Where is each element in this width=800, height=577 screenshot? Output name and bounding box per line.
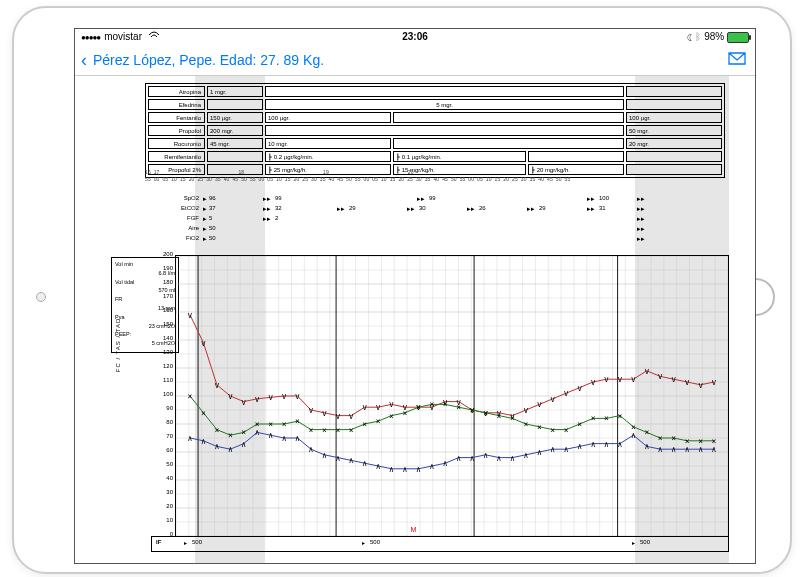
svg-text:∧: ∧ (685, 445, 690, 454)
svg-text:∧: ∧ (523, 451, 528, 460)
svg-text:×: × (497, 412, 502, 421)
svg-text:v: v (268, 393, 273, 402)
svg-text:×: × (470, 406, 475, 415)
svg-text:×: × (295, 417, 300, 426)
svg-text:v: v (591, 378, 596, 387)
anesthesia-chart: vvvvvvvvvvvvvvvvvvvvvvvvvvvvvvvvvvvvvvvv… (175, 255, 729, 537)
svg-text:∧: ∧ (268, 431, 273, 440)
y-axis-title: FC / TAS / TAD (115, 295, 121, 395)
svg-text:×: × (228, 431, 233, 440)
svg-text:∧: ∧ (618, 440, 623, 449)
svg-text:∧: ∧ (309, 445, 314, 454)
drug-row-propofol: Propofol 200 mgr. 50 mgr. (148, 125, 722, 136)
back-label: Pérez López, Pepe. Edad: 27. 89 Kg. (93, 52, 324, 68)
chevron-left-icon: ‹ (81, 50, 87, 70)
svg-text:v: v (214, 381, 219, 390)
svg-text:×: × (456, 403, 461, 412)
svg-text:×: × (644, 428, 649, 437)
status-right: ☾ ᛒ 98% (687, 31, 749, 43)
if-row: IF ▸500 ▸500 ▸500 (151, 536, 729, 552)
svg-text:v: v (685, 378, 690, 387)
svg-text:∧: ∧ (671, 445, 676, 454)
mail-icon[interactable] (727, 50, 747, 66)
svg-text:∧: ∧ (214, 442, 219, 451)
battery-icon (727, 32, 749, 43)
svg-text:v: v (282, 392, 287, 401)
svg-text:×: × (523, 420, 528, 429)
svg-text:×: × (389, 412, 394, 421)
svg-text:∧: ∧ (389, 465, 394, 474)
svg-text:v: v (523, 406, 528, 415)
svg-text:×: × (268, 420, 273, 429)
svg-text:∧: ∧ (429, 462, 434, 471)
svg-text:∧: ∧ (604, 440, 609, 449)
svg-text:×: × (309, 426, 314, 435)
svg-text:∧: ∧ (416, 465, 421, 474)
svg-text:×: × (429, 400, 434, 409)
svg-text:×: × (591, 414, 596, 423)
svg-text:×: × (443, 400, 448, 409)
svg-text:∧: ∧ (550, 445, 555, 454)
svg-text:×: × (550, 426, 555, 435)
svg-text:∧: ∧ (201, 437, 206, 446)
svg-text:∧: ∧ (443, 459, 448, 468)
svg-text:×: × (362, 420, 367, 429)
svg-text:v: v (618, 375, 623, 384)
svg-text:∧: ∧ (564, 445, 569, 454)
vital-row-fgf: FGF ▸5 ▸▸2 ▸▸ (167, 215, 727, 225)
vital-row-spo2: SpO2 ▸96 ▸▸99 ▸▸99 ▸▸100 ▸▸ (167, 195, 727, 205)
svg-text:∧: ∧ (228, 445, 233, 454)
svg-text:∧: ∧ (335, 454, 340, 463)
svg-text:∧: ∧ (577, 442, 582, 451)
svg-text:∧: ∧ (591, 440, 596, 449)
svg-text:v: v (309, 406, 314, 415)
svg-text:∧: ∧ (510, 454, 515, 463)
svg-text:v: v (577, 384, 582, 393)
nav-bar: ‹ Pérez López, Pepe. Edad: 27. 89 Kg. (75, 45, 755, 76)
ipad-frame: Atropina 1 mgr. Efedrina 5 mgr. Fentanil… (12, 6, 792, 574)
svg-text:∧: ∧ (658, 445, 663, 454)
svg-text:∧: ∧ (698, 445, 703, 454)
svg-text:∧: ∧ (362, 459, 367, 468)
svg-text:∧: ∧ (322, 451, 327, 460)
svg-text:∧: ∧ (188, 434, 193, 443)
svg-text:∧: ∧ (255, 428, 260, 437)
ipad-camera (36, 292, 46, 302)
svg-text:∧: ∧ (282, 434, 287, 443)
svg-text:∧: ∧ (403, 465, 408, 474)
svg-text:×: × (201, 409, 206, 418)
back-button[interactable]: ‹ Pérez López, Pepe. Edad: 27. 89 Kg. (81, 50, 324, 71)
svg-text:v: v (228, 392, 233, 401)
svg-text:v: v (658, 372, 663, 381)
svg-text:v: v (550, 395, 555, 404)
timeline-axis: 16 17 18 19 20 55 00 05 10 15 20 25 (145, 169, 725, 182)
vital-row-etco2: EtCO2 ▸37 ▸▸32 ▸▸29 ▸▸30 ▸▸26 ▸▸29 ▸▸31 … (167, 205, 727, 215)
svg-text:×: × (416, 403, 421, 412)
status-bar: movistar 23:06 ☾ ᛒ 98% (75, 29, 755, 45)
svg-text:×: × (188, 392, 193, 401)
svg-text:v: v (537, 400, 542, 409)
svg-text:×: × (577, 420, 582, 429)
svg-text:×: × (564, 426, 569, 435)
moon-icon: ☾ (687, 31, 693, 42)
drug-label: Atropina (148, 86, 205, 97)
svg-text:v: v (376, 403, 381, 412)
svg-text:v: v (349, 412, 354, 421)
bluetooth-icon: ᛒ (695, 31, 701, 42)
svg-text:v: v (295, 392, 300, 401)
svg-text:∧: ∧ (644, 442, 649, 451)
svg-text:×: × (282, 420, 287, 429)
svg-text:v: v (631, 375, 636, 384)
svg-text:×: × (376, 417, 381, 426)
svg-text:×: × (658, 434, 663, 443)
svg-text:×: × (618, 412, 623, 421)
svg-text:∧: ∧ (470, 454, 475, 463)
svg-text:v: v (255, 395, 260, 404)
svg-text:×: × (349, 426, 354, 435)
svg-text:v: v (698, 381, 703, 390)
svg-text:∧: ∧ (537, 448, 542, 457)
svg-text:∧: ∧ (712, 445, 717, 454)
vitals-block: SpO2 ▸96 ▸▸99 ▸▸99 ▸▸100 ▸▸ EtCO2 ▸37 ▸▸… (167, 195, 727, 245)
svg-text:×: × (483, 409, 488, 418)
svg-text:v: v (604, 375, 609, 384)
